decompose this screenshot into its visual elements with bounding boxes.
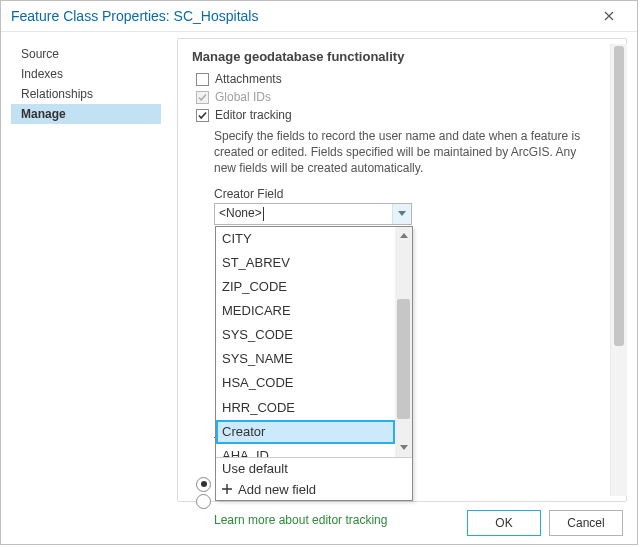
titlebar: Feature Class Properties: SC_Hospitals (1, 1, 637, 32)
dropdown-add-new-label: Add new field (238, 482, 316, 497)
dropdown-option[interactable]: ZIP_CODE (216, 275, 395, 299)
combo-dropdown-button[interactable] (392, 204, 411, 224)
check-icon (197, 92, 208, 103)
checkbox-editor[interactable] (196, 109, 209, 122)
dropdown-option[interactable]: HSA_CODE (216, 371, 395, 395)
creator-field-dropdown: CITY ST_ABREV ZIP_CODE MEDICARE SYS_CODE… (215, 226, 413, 501)
radio-unselected[interactable] (196, 494, 211, 509)
close-button[interactable] (589, 2, 629, 30)
creator-field-input[interactable]: <None> (215, 206, 392, 221)
checkbox-row-editor[interactable]: Editor tracking (196, 108, 622, 122)
main-panel: Manage geodatabase functionality Attachm… (177, 38, 627, 502)
radio-dot-icon (201, 481, 207, 487)
dropdown-option[interactable]: SYS_CODE (216, 323, 395, 347)
dropdown-option[interactable]: ST_ABREV (216, 251, 395, 275)
sidebar-item-source[interactable]: Source (11, 44, 161, 64)
dropdown-add-new-field[interactable]: Add new field (216, 479, 412, 500)
scroll-down-icon[interactable] (395, 440, 412, 457)
dropdown-option[interactable]: MEDICARE (216, 299, 395, 323)
checkbox-label-globalids: Global IDs (215, 90, 271, 104)
sidebar-item-indexes[interactable]: Indexes (11, 64, 161, 84)
close-icon (604, 11, 614, 21)
creator-field-combo[interactable]: <None> CITY ST_ABREV ZIP_CODE (214, 203, 412, 225)
main-inner: Manage geodatabase functionality Attachm… (192, 49, 622, 491)
creator-field-value: <None> (219, 206, 262, 220)
scrollbar-thumb[interactable] (397, 299, 410, 419)
chevron-down-icon (398, 211, 406, 217)
sidebar: Source Indexes Relationships Manage (11, 38, 161, 502)
dropdown-scrollbar[interactable] (395, 227, 412, 457)
checkbox-globalids (196, 91, 209, 104)
dropdown-option-highlighted[interactable]: Creator (216, 420, 395, 444)
learn-more-link[interactable]: Learn more about editor tracking (214, 513, 622, 527)
dropdown-scroll-area: CITY ST_ABREV ZIP_CODE MEDICARE SYS_CODE… (216, 227, 412, 457)
dropdown-option[interactable]: AHA_ID (216, 444, 395, 457)
creator-field-block: Creator Field <None> CITY (214, 187, 622, 509)
creator-field-label: Creator Field (214, 187, 622, 201)
dialog-window: Feature Class Properties: SC_Hospitals S… (0, 0, 638, 545)
checkbox-attachments[interactable] (196, 73, 209, 86)
checkbox-row-globalids: Global IDs (196, 90, 622, 104)
radio-selected[interactable] (196, 477, 211, 492)
dialog-body: Source Indexes Relationships Manage Mana… (1, 32, 637, 502)
sidebar-item-relationships[interactable]: Relationships (11, 84, 161, 104)
checkbox-label-attachments: Attachments (215, 72, 282, 86)
scrollbar-track[interactable] (395, 244, 412, 440)
dropdown-option[interactable]: CITY (216, 227, 395, 251)
window-title: Feature Class Properties: SC_Hospitals (11, 8, 258, 24)
check-icon (197, 110, 208, 121)
text-caret (263, 207, 264, 221)
plus-icon (222, 484, 232, 494)
dropdown-use-default[interactable]: Use default (216, 458, 412, 479)
checkbox-row-attachments[interactable]: Attachments (196, 72, 622, 86)
dropdown-option[interactable]: SYS_NAME (216, 347, 395, 371)
dropdown-option[interactable]: HRR_CODE (216, 396, 395, 420)
dropdown-items: CITY ST_ABREV ZIP_CODE MEDICARE SYS_CODE… (216, 227, 412, 457)
checkbox-label-editor: Editor tracking (215, 108, 292, 122)
editor-description: Specify the fields to record the user na… (214, 128, 584, 177)
sidebar-item-manage[interactable]: Manage (11, 104, 161, 124)
scroll-up-icon[interactable] (395, 227, 412, 244)
section-heading: Manage geodatabase functionality (192, 49, 622, 64)
